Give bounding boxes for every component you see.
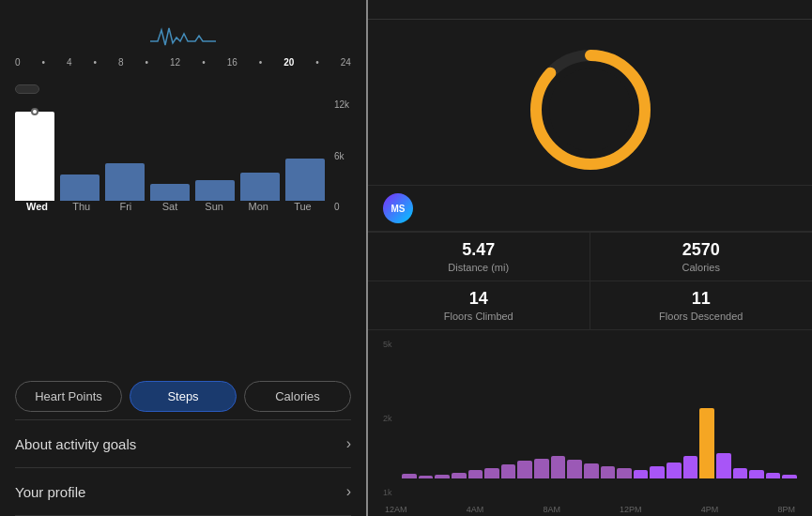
- x-label-tue: Tue: [281, 201, 325, 212]
- ring-svg: [525, 44, 656, 175]
- bars-container: [15, 99, 329, 201]
- stat-label: Calories: [605, 262, 798, 273]
- bar-thu: [60, 175, 100, 201]
- right-panel: MS 5.47Distance (mi)2570Calories14Floors…: [366, 0, 812, 516]
- menu-item[interactable]: About activity goals›: [0, 420, 366, 467]
- mini-bar: [766, 473, 781, 478]
- x-label-sun: Sun: [192, 201, 237, 212]
- bar-group-fri: [105, 163, 145, 201]
- mini-bar: [699, 408, 714, 478]
- mini-y-labels: 5k 2k 1k: [383, 340, 392, 497]
- x-label-thu: Thu: [59, 201, 103, 212]
- steps-section: 12k 6k 0 WedThuFriSatSunMonTue: [0, 81, 366, 373]
- mini-chart-x-label: 4AM: [467, 505, 484, 514]
- date-range-selector[interactable]: [0, 69, 366, 81]
- chevron-right-icon: ›: [346, 435, 351, 452]
- bar-group-mon: [240, 173, 280, 201]
- stat-cell: 5.47Distance (mi): [368, 233, 590, 281]
- bar-group-thu: [60, 175, 100, 201]
- mini-chart-area: 5k 2k 1k 12AM4AM8AM12PM4PM8PM: [383, 340, 797, 516]
- mini-chart-x-label: 12AM: [385, 505, 407, 514]
- bar-wed: [15, 112, 54, 201]
- mini-bar: [517, 461, 532, 478]
- mini-bar: [402, 474, 417, 478]
- mini-bar: [733, 468, 748, 478]
- bar-group-sun: [195, 180, 235, 201]
- chart-x-labels: WedThuFriSatSunMonTue: [15, 201, 329, 212]
- mini-bar: [435, 475, 450, 478]
- mini-bar: [617, 468, 632, 478]
- stat-label: Floors Climbed: [383, 311, 575, 322]
- bar-group-sat: [150, 184, 190, 201]
- mini-bar: [419, 476, 434, 478]
- stat-value: 5.47: [383, 240, 575, 260]
- metric-btn-calories[interactable]: Calories: [244, 381, 351, 412]
- bar-sat: [150, 184, 190, 201]
- scale-labels: 0 • 4 • 8 • 12 • 16 • 20 • 24: [0, 57, 366, 68]
- x-label-sat: Sat: [147, 201, 192, 212]
- date-nav: [368, 20, 812, 35]
- mini-bar: [666, 463, 682, 478]
- mini-bar: [716, 453, 731, 478]
- bar-mon: [240, 173, 280, 201]
- svg-point-2: [549, 68, 632, 151]
- bar-group-wed: [15, 112, 54, 201]
- mini-chart-section: 5k 2k 1k 12AM4AM8AM12PM4PM8PM: [368, 330, 812, 516]
- left-panel: 0 • 4 • 8 • 12 • 16 • 20 • 24 12k 6k 0: [0, 0, 366, 516]
- bar-dot: [31, 108, 38, 115]
- metric-buttons: Heart PointsStepsCalories: [0, 373, 366, 419]
- stat-value: 14: [383, 289, 575, 309]
- stat-value: 2570: [605, 240, 798, 260]
- ring-container: [525, 44, 656, 175]
- bar-tue: [285, 159, 325, 201]
- mini-bar: [534, 459, 549, 478]
- right-header: [368, 0, 812, 20]
- mini-bars-wrapper: [383, 340, 797, 497]
- mini-chart-x-label: 12PM: [620, 505, 642, 514]
- ring-area: [368, 35, 812, 185]
- mini-bar: [634, 470, 649, 478]
- stat-label: Distance (mi): [383, 262, 575, 273]
- social-avatar: MS: [383, 193, 413, 223]
- bar-group-tue: [285, 159, 325, 201]
- stats-grid: 5.47Distance (mi)2570Calories14Floors Cl…: [368, 232, 812, 330]
- metric-btn-heart-points[interactable]: Heart Points: [15, 381, 122, 412]
- menu-item[interactable]: Your profile›: [0, 468, 366, 515]
- stat-cell: 11Floors Descended: [590, 281, 813, 330]
- steps-tooltip: [15, 84, 39, 94]
- mini-chart-x-label: 4PM: [701, 505, 719, 514]
- menu-item-label: About activity goals: [15, 436, 136, 452]
- stat-cell: 14Floors Climbed: [368, 281, 590, 330]
- menu-item-label: Your profile: [15, 484, 85, 500]
- mini-bar: [501, 464, 516, 478]
- chevron-right-icon: ›: [346, 483, 351, 500]
- mini-bar: [650, 466, 665, 478]
- chart-y-labels: 12k 6k 0: [332, 99, 351, 212]
- stat-cell: 2570Calories: [590, 233, 813, 281]
- mini-bar: [567, 460, 582, 478]
- bar-fri: [105, 163, 145, 201]
- mini-chart-x-label: 8PM: [777, 505, 795, 514]
- stat-value: 11: [605, 289, 798, 309]
- mini-bar: [683, 456, 698, 478]
- mini-bar: [484, 468, 499, 478]
- menu-items: About activity goals›Your profile›: [0, 420, 366, 516]
- mini-chart-x-label: 8AM: [543, 505, 560, 514]
- steps-chart: 12k 6k 0 WedThuFriSatSunMonTue: [15, 99, 351, 212]
- social-row: MS: [368, 185, 812, 232]
- stat-label: Floors Descended: [605, 311, 798, 322]
- mini-bar: [452, 473, 467, 478]
- left-header: [0, 0, 366, 19]
- heart-wave-icon: [0, 19, 366, 56]
- x-label-mon: Mon: [237, 201, 281, 212]
- mini-bar: [782, 475, 797, 478]
- mini-bar: [601, 466, 616, 478]
- mini-bar: [468, 470, 483, 478]
- bar-sun: [195, 180, 235, 201]
- mini-chart-x: 12AM4AM8AM12PM4PM8PM: [383, 505, 797, 514]
- mini-bar: [551, 456, 566, 478]
- x-label-fri: Fri: [103, 201, 147, 212]
- mini-bar: [749, 470, 764, 478]
- x-label-wed: Wed: [15, 201, 59, 212]
- metric-btn-steps[interactable]: Steps: [130, 381, 237, 412]
